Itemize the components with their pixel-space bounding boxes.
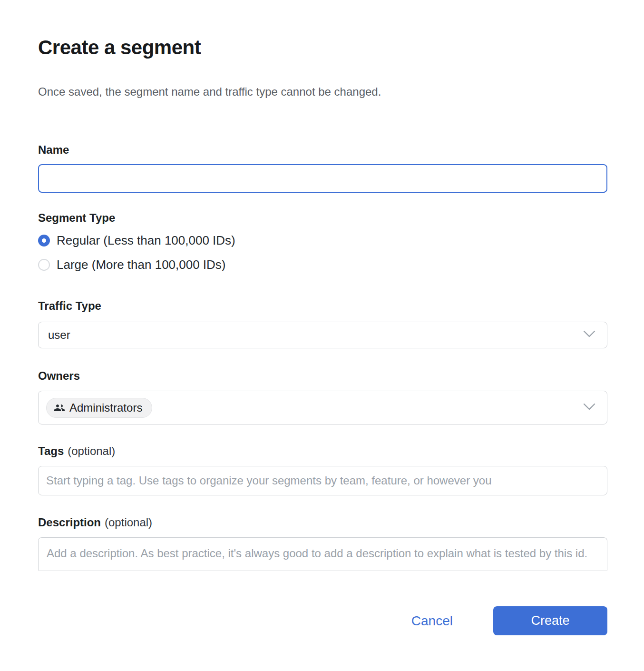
owner-chip-administrators[interactable]: Administrators bbox=[46, 398, 152, 418]
chevron-down-icon bbox=[583, 330, 595, 340]
name-label: Name bbox=[38, 143, 607, 157]
modal-footer: Cancel Create bbox=[38, 606, 607, 635]
owner-chip-label: Administrators bbox=[69, 401, 142, 414]
page-title: Create a segment bbox=[38, 36, 607, 59]
tags-label: Tags(optional) bbox=[38, 444, 607, 458]
people-icon bbox=[54, 402, 65, 414]
description-label-text: Description bbox=[38, 516, 101, 529]
tags-input[interactable] bbox=[38, 466, 607, 495]
create-segment-modal: Create a segment Once saved, the segment… bbox=[0, 0, 644, 671]
chevron-down-icon bbox=[583, 403, 595, 413]
tags-label-text: Tags bbox=[38, 444, 64, 457]
modal-subtitle: Once saved, the segment name and traffic… bbox=[38, 85, 607, 99]
description-label: Description(optional) bbox=[38, 515, 607, 530]
create-button[interactable]: Create bbox=[493, 606, 607, 635]
tags-optional-suffix: (optional) bbox=[68, 444, 115, 457]
description-field-clip bbox=[38, 537, 607, 571]
description-textarea[interactable] bbox=[39, 538, 607, 571]
name-input[interactable] bbox=[38, 164, 607, 193]
description-optional-suffix: (optional) bbox=[105, 516, 152, 529]
segment-type-option-regular[interactable]: Regular (Less than 100,000 IDs) bbox=[38, 234, 607, 247]
radio-unselected-icon[interactable] bbox=[38, 259, 50, 271]
radio-selected-icon[interactable] bbox=[38, 235, 50, 247]
cancel-button[interactable]: Cancel bbox=[411, 613, 453, 629]
radio-option-label: Regular (Less than 100,000 IDs) bbox=[57, 234, 235, 247]
owners-label: Owners bbox=[38, 369, 607, 383]
radio-option-label: Large (More than 100,000 IDs) bbox=[57, 258, 226, 271]
traffic-type-select[interactable]: user bbox=[38, 322, 607, 348]
traffic-type-label: Traffic Type bbox=[38, 299, 607, 313]
owners-select[interactable]: Administrators bbox=[38, 391, 607, 424]
segment-type-label: Segment Type bbox=[38, 211, 607, 225]
segment-type-option-large[interactable]: Large (More than 100,000 IDs) bbox=[38, 258, 607, 271]
traffic-type-selected-value: user bbox=[48, 328, 70, 342]
